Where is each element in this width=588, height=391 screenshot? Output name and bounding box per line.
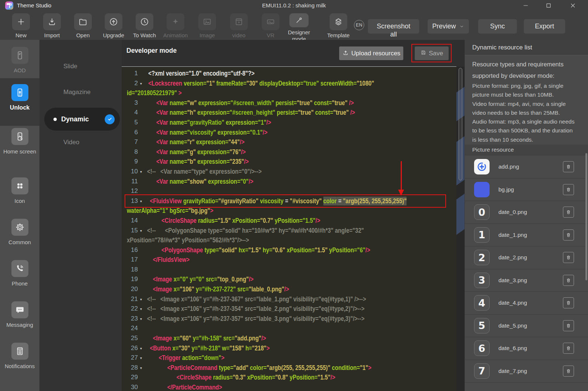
toolbar-button-to-watch[interactable]: To Watch (129, 13, 160, 38)
fold-spacer (140, 98, 145, 108)
sidebar-item-home-screen[interactable]: Home screen (0, 126, 39, 169)
minimize-button[interactable] (519, 0, 532, 11)
subnav-item-slide[interactable]: Slide (63, 63, 77, 70)
image-icon (202, 17, 212, 27)
fold-arrow-icon[interactable]: ▾ (140, 343, 145, 353)
line-number: 30 (122, 383, 140, 391)
resource-row-date_4.png[interactable]: 4date_4.png (465, 292, 588, 315)
fold-spacer (140, 177, 145, 187)
maximize-button[interactable] (542, 0, 555, 11)
delete-resource-button[interactable] (563, 297, 574, 308)
save-button[interactable]: Save (415, 46, 449, 60)
code-line-26: 26▾<Button x="30" y="#h-218" w="158" h="… (122, 343, 456, 353)
chat-bubble-icon (15, 305, 25, 315)
panel-scrollbar-thumb[interactable] (585, 153, 587, 280)
delete-resource-button[interactable] (563, 161, 574, 172)
line-number: 2 (122, 79, 140, 89)
upload-resources-button[interactable]: Upload resources (339, 46, 403, 60)
delete-resource-button[interactable] (563, 184, 574, 195)
xml-code-editor[interactable]: 1<?xml version="1.0" encoding="utf-8"?>2… (122, 67, 456, 391)
fold-arrow-icon[interactable]: ▾ (140, 304, 145, 314)
line-number: 3 (122, 98, 140, 108)
designer-mode-button[interactable]: Designermode (283, 13, 314, 42)
code-line-wrap: id="201805221979" > (122, 88, 456, 98)
delete-resource-button[interactable] (563, 207, 574, 218)
delete-resource-button[interactable] (563, 275, 574, 286)
toolbar-button-open[interactable]: Open (67, 13, 98, 38)
preview-button[interactable]: Preview (428, 19, 469, 34)
resource-row-date_1.png[interactable]: 1date_1.png (465, 224, 588, 247)
close-icon (570, 2, 576, 9)
fold-spacer (140, 245, 145, 255)
picture-resource-section-header: Picture resource (465, 145, 588, 155)
code-line-16: 16<PolygonShape type="solid" hx="1.5" hy… (122, 245, 456, 255)
fold-arrow-icon[interactable]: ▾ (140, 294, 145, 304)
resource-row-bg.jpg[interactable]: bg.jpg (465, 179, 588, 201)
fold-arrow-icon[interactable]: ▾ (140, 363, 145, 373)
sidebar-item-notifications[interactable]: Notifications (0, 341, 39, 378)
line-number: 11 (122, 177, 140, 187)
toolbar-button-upgrade[interactable]: Upgrade (98, 13, 129, 38)
upgrade-tile (105, 13, 122, 30)
sync-button[interactable]: Sync (478, 19, 517, 34)
import-icon (47, 17, 57, 27)
resource-row-date_3.png[interactable]: 3date_3.png (465, 269, 588, 292)
delete-resource-button[interactable] (563, 320, 574, 331)
folder-tile (74, 13, 92, 30)
close-button[interactable] (567, 0, 579, 11)
sidebar-item-aod[interactable]: AOD (0, 44, 39, 79)
fold-arrow-icon[interactable]: ▾ (140, 226, 145, 236)
line-number: 4 (122, 108, 140, 118)
sidebar-item-messaging[interactable]: Messaging (0, 300, 39, 335)
delete-resource-button[interactable] (563, 366, 574, 377)
image-tile (198, 13, 216, 30)
phone-image-icon (15, 131, 25, 142)
code-line-4: 4<Var name="h" expression="#screen_heigh… (122, 108, 456, 118)
trash-icon (566, 345, 571, 352)
digit-thumbnail: 7 (474, 363, 490, 379)
fold-spacer (140, 118, 145, 128)
screenshot-all-button[interactable]: Screenshotall (368, 19, 419, 34)
fold-arrow-icon[interactable]: ▾ (140, 353, 145, 363)
app-logo-icon (5, 1, 13, 10)
resource-name: date_3.png (498, 277, 527, 284)
resource-row-date_6.png[interactable]: 6date_6.png (465, 337, 588, 360)
subnav-item-video[interactable]: Video (63, 139, 79, 146)
toolbar-button-import[interactable]: Import (36, 13, 67, 38)
fold-arrow-icon[interactable]: ▾ (140, 79, 145, 89)
code-line-9: 9<Var name="b" expression="235"/> (122, 157, 456, 167)
fold-spacer (140, 373, 145, 383)
sidebar-item-phone[interactable]: Phone (0, 258, 39, 294)
roller-icon (5, 1, 13, 10)
resource-row-date_0.png[interactable]: 0date_0.png (465, 201, 588, 224)
language-badge[interactable]: EN (354, 20, 364, 30)
line-number: 21 (122, 294, 140, 304)
sidebar-item-icon[interactable]: Icon (0, 176, 39, 211)
sidebar-item-unlock[interactable]: Unlock (0, 78, 39, 126)
export-button[interactable]: Export (524, 19, 565, 34)
code-line-2: 2▾<Lockscreen version="1" frameRate="30"… (122, 79, 456, 89)
delete-resource-button[interactable] (563, 252, 574, 263)
delete-resource-button[interactable] (563, 343, 574, 354)
resource-row-date_5.png[interactable]: 5date_5.png (465, 315, 588, 338)
editor-scrollbar-thumb[interactable] (459, 68, 462, 180)
resource-row-date_7.png[interactable]: 7date_7.png (465, 360, 588, 383)
code-line-3: 3<Var name="w" expression="#screen_width… (122, 98, 456, 108)
toolbar-button-new[interactable]: New (6, 13, 36, 38)
subnav-item-dynamic[interactable]: Dynamic (44, 108, 120, 131)
resource-name: add.png (498, 163, 519, 170)
line-number: 5 (122, 118, 140, 128)
fold-arrow-icon[interactable]: ▾ (140, 196, 145, 206)
scrollbar-mark (456, 193, 465, 236)
template-button[interactable]: Template (323, 13, 354, 38)
fold-arrow-icon[interactable]: ▾ (140, 314, 145, 324)
resource-row-add.png[interactable]: add.png (465, 156, 588, 179)
line-number: 25 (122, 333, 140, 343)
watch-tile (136, 13, 153, 30)
fold-spacer (140, 274, 145, 284)
resource-row-date_2.png[interactable]: 2date_2.png (465, 246, 588, 269)
delete-resource-button[interactable] (563, 229, 574, 241)
subnav-item-magazine[interactable]: Magazine (63, 89, 91, 96)
sidebar-item-common[interactable]: Common (0, 217, 39, 252)
fold-arrow-icon[interactable]: ▾ (140, 167, 145, 177)
